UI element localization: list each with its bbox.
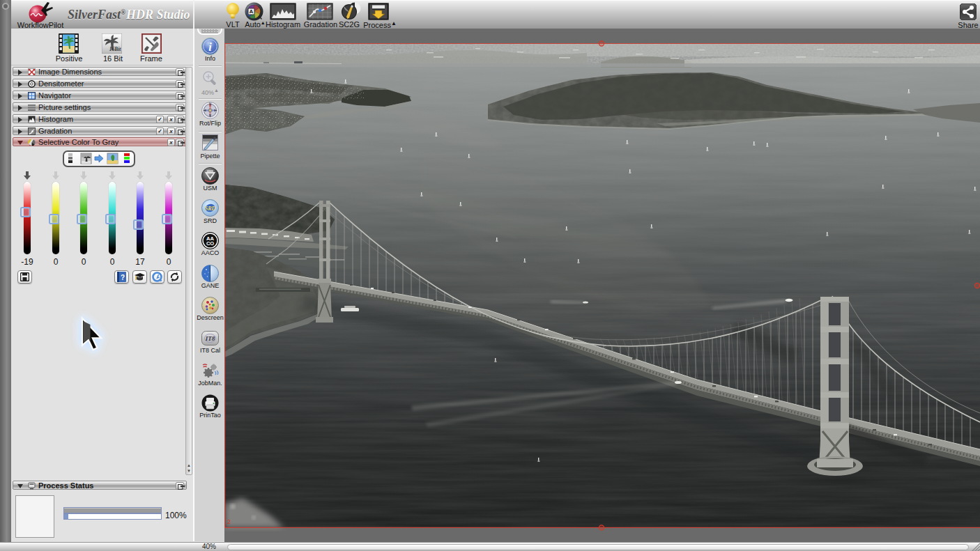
- svg-text:i: i: [208, 41, 212, 53]
- svg-text:IT8: IT8: [205, 335, 215, 342]
- svg-text:SRD: SRD: [205, 205, 216, 212]
- svg-text:A: A: [250, 8, 254, 15]
- svg-text:CO: CO: [206, 240, 214, 247]
- svg-text:?: ?: [121, 274, 125, 281]
- svg-text:2: 2: [227, 518, 231, 525]
- svg-text:N: N: [209, 102, 211, 106]
